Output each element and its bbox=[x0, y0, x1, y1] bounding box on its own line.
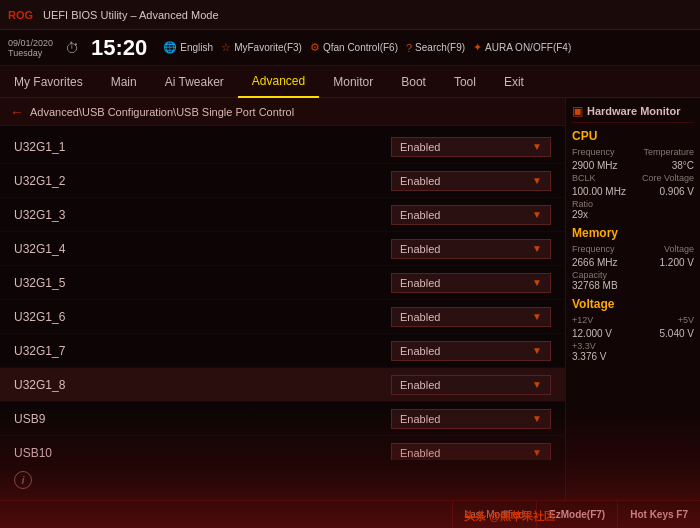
nav-ai-tweaker-label: Ai Tweaker bbox=[165, 75, 224, 89]
table-row[interactable]: U32G1_1 Enabled ▼ bbox=[0, 130, 565, 164]
hw-monitor-title: Hardware Monitor bbox=[587, 105, 681, 117]
dropdown-value-u32g1-2: Enabled bbox=[400, 175, 440, 187]
cpu-frequency-label: Frequency bbox=[572, 147, 615, 157]
nav-boot-label: Boot bbox=[401, 75, 426, 89]
mem-frequency-value: 2666 MHz bbox=[572, 257, 618, 268]
cpu-freq-temp-labels: Frequency Temperature bbox=[572, 147, 694, 157]
cpu-core-voltage-value: 0.906 V bbox=[660, 186, 694, 197]
table-row[interactable]: U32G1_5 Enabled ▼ bbox=[0, 266, 565, 300]
volt-12-5-values: 12.000 V 5.040 V bbox=[572, 328, 694, 339]
bios-title: UEFI BIOS Utility – Advanced Mode bbox=[43, 9, 218, 21]
setting-label-u32g1-8: U32G1_8 bbox=[14, 378, 391, 392]
dropdown-u32g1-6[interactable]: Enabled ▼ bbox=[391, 307, 551, 327]
dropdown-u32g1-5[interactable]: Enabled ▼ bbox=[391, 273, 551, 293]
nav-my-favorites[interactable]: My Favorites bbox=[0, 66, 97, 98]
rog-logo: ROG bbox=[8, 9, 33, 21]
setting-label-u32g1-1: U32G1_1 bbox=[14, 140, 391, 154]
cpu-section-title: CPU bbox=[572, 129, 694, 143]
mem-voltage-value: 1.200 V bbox=[660, 257, 694, 268]
chevron-down-icon: ▼ bbox=[532, 243, 542, 254]
nav-exit[interactable]: Exit bbox=[490, 66, 538, 98]
clock-display: 15:20 bbox=[91, 35, 147, 61]
setting-label-u32g1-4: U32G1_4 bbox=[14, 242, 391, 256]
nav-ai-tweaker[interactable]: Ai Tweaker bbox=[151, 66, 238, 98]
table-row[interactable]: U32G1_6 Enabled ▼ bbox=[0, 300, 565, 334]
cpu-bclk-cv-values: 100.00 MHz 0.906 V bbox=[572, 186, 694, 197]
breadcrumb: ← Advanced\USB Configuration\USB Single … bbox=[0, 98, 565, 126]
plus12v-value: 12.000 V bbox=[572, 328, 612, 339]
nav-advanced-label: Advanced bbox=[252, 74, 305, 88]
nav-tool[interactable]: Tool bbox=[440, 66, 490, 98]
mem-capacity-value: 32768 MB bbox=[572, 280, 694, 291]
aura-icon: ✦ bbox=[473, 41, 482, 54]
tool-language[interactable]: 🌐 English bbox=[163, 41, 213, 54]
cpu-temperature-value: 38°C bbox=[672, 160, 694, 171]
dropdown-value-u32g1-1: Enabled bbox=[400, 141, 440, 153]
tool-favorites[interactable]: ☆ MyFavorite(F3) bbox=[221, 41, 302, 54]
table-row[interactable]: U32G1_2 Enabled ▼ bbox=[0, 164, 565, 198]
volt-12-5-labels: +12V +5V bbox=[572, 315, 694, 325]
mem-freq-volt-values: 2666 MHz 1.200 V bbox=[572, 257, 694, 268]
chevron-down-icon: ▼ bbox=[532, 175, 542, 186]
dropdown-value-u32g1-4: Enabled bbox=[400, 243, 440, 255]
day-text: Tuesday bbox=[8, 48, 53, 58]
dropdown-u32g1-1[interactable]: Enabled ▼ bbox=[391, 137, 551, 157]
cpu-ratio-label: Ratio bbox=[572, 199, 694, 209]
table-row[interactable]: U32G1_3 Enabled ▼ bbox=[0, 198, 565, 232]
cpu-bclk-value: 100.00 MHz bbox=[572, 186, 626, 197]
setting-label-u32g1-5: U32G1_5 bbox=[14, 276, 391, 290]
tool-aura[interactable]: ✦ AURA ON/OFF(F4) bbox=[473, 41, 571, 54]
mem-frequency-label: Frequency bbox=[572, 244, 615, 254]
breadcrumb-arrow[interactable]: ← bbox=[10, 104, 24, 120]
setting-label-u32g1-3: U32G1_3 bbox=[14, 208, 391, 222]
plus3v3-label: +3.3V bbox=[572, 341, 694, 351]
chevron-down-icon: ▼ bbox=[532, 141, 542, 152]
table-row[interactable]: U32G1_4 Enabled ▼ bbox=[0, 232, 565, 266]
clock-icon: ⏱ bbox=[65, 40, 79, 56]
tool-qfan[interactable]: ⚙ Qfan Control(F6) bbox=[310, 41, 398, 54]
watermark: 头条 @黑苹果社区 bbox=[464, 509, 555, 524]
cpu-bclk-cv-labels: BCLK Core Voltage bbox=[572, 173, 694, 183]
language-icon: 🌐 bbox=[163, 41, 177, 54]
table-row[interactable]: U32G1_7 Enabled ▼ bbox=[0, 334, 565, 368]
nav-exit-label: Exit bbox=[504, 75, 524, 89]
qfan-label: Qfan Control(F6) bbox=[323, 42, 398, 53]
breadcrumb-text: Advanced\USB Configuration\USB Single Po… bbox=[30, 106, 294, 118]
cpu-ratio-value: 29x bbox=[572, 209, 694, 220]
mem-capacity-label: Capacity bbox=[572, 270, 694, 280]
cpu-frequency-value: 2900 MHz bbox=[572, 160, 618, 171]
chevron-down-icon: ▼ bbox=[532, 277, 542, 288]
dropdown-u32g1-8[interactable]: Enabled ▼ bbox=[391, 375, 551, 395]
plus5v-label: +5V bbox=[678, 315, 694, 325]
nav-monitor[interactable]: Monitor bbox=[319, 66, 387, 98]
hw-monitor-header: ▣ Hardware Monitor bbox=[572, 104, 694, 123]
main-container: ROG UEFI BIOS Utility – Advanced Mode 09… bbox=[0, 0, 700, 528]
dropdown-u32g1-3[interactable]: Enabled ▼ bbox=[391, 205, 551, 225]
background-flames bbox=[0, 408, 700, 528]
table-row[interactable]: U32G1_8 Enabled ▼ bbox=[0, 368, 565, 402]
setting-label-u32g1-7: U32G1_7 bbox=[14, 344, 391, 358]
search-icon: ? bbox=[406, 42, 412, 54]
mem-freq-volt-labels: Frequency Voltage bbox=[572, 244, 694, 254]
chevron-down-icon: ▼ bbox=[532, 209, 542, 220]
nav-main[interactable]: Main bbox=[97, 66, 151, 98]
date-display: 09/01/2020 Tuesday bbox=[8, 38, 53, 58]
memory-section-title: Memory bbox=[572, 226, 694, 240]
dropdown-value-u32g1-5: Enabled bbox=[400, 277, 440, 289]
tool-search[interactable]: ? Search(F9) bbox=[406, 42, 465, 54]
cpu-bclk-label: BCLK bbox=[572, 173, 596, 183]
dropdown-u32g1-7[interactable]: Enabled ▼ bbox=[391, 341, 551, 361]
plus12v-label: +12V bbox=[572, 315, 593, 325]
favorites-icon: ☆ bbox=[221, 41, 231, 54]
nav-advanced[interactable]: Advanced bbox=[238, 66, 319, 98]
dropdown-value-u32g1-6: Enabled bbox=[400, 311, 440, 323]
dropdown-u32g1-4[interactable]: Enabled ▼ bbox=[391, 239, 551, 259]
dropdown-u32g1-2[interactable]: Enabled ▼ bbox=[391, 171, 551, 191]
aura-label: AURA ON/OFF(F4) bbox=[485, 42, 571, 53]
plus5v-value: 5.040 V bbox=[660, 328, 694, 339]
nav-boot[interactable]: Boot bbox=[387, 66, 440, 98]
nav-bar: My Favorites Main Ai Tweaker Advanced Mo… bbox=[0, 66, 700, 98]
chevron-down-icon: ▼ bbox=[532, 379, 542, 390]
top-tools: 🌐 English ☆ MyFavorite(F3) ⚙ Qfan Contro… bbox=[163, 41, 692, 54]
nav-main-label: Main bbox=[111, 75, 137, 89]
